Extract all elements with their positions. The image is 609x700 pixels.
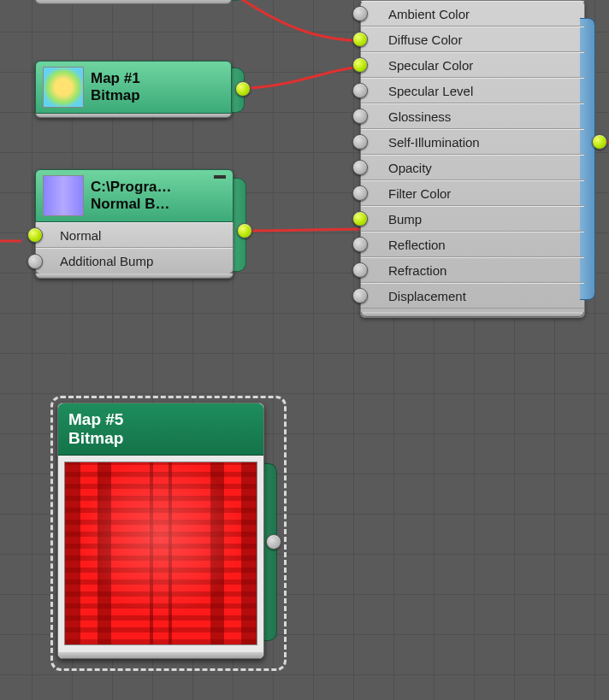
slot-label: Self-Illumination [388,135,480,150]
port-self-illumination[interactable] [352,134,368,150]
slot-label: Glossiness [388,109,451,124]
port-specular-level[interactable] [352,83,368,98]
map2-thumbnail [43,175,84,216]
slot-specular-color[interactable]: Specular Color [361,52,584,78]
slot-label: Reflection [388,238,446,252]
slot-label: Additional Bump [60,254,153,268]
port-reflection[interactable] [352,237,368,252]
slot-label: Filter Color [388,186,451,201]
map-node-5[interactable]: Map #5 Bitmap [57,403,264,659]
map-node-1[interactable]: Map #1 Bitmap [35,61,232,118]
map2-subtitle: Normal B… [91,196,226,213]
port-displacement[interactable] [352,288,368,303]
map2-output-port[interactable] [237,223,252,238]
map5-thumbnail [64,462,257,645]
material-output-port[interactable] [592,134,607,150]
map-node-5-selected[interactable]: Map #5 Bitmap [57,403,264,659]
slot-label: Diffuse Color [388,32,462,47]
slot-displacement[interactable]: Displacement [361,283,584,309]
slot-label: Ambient Color [388,7,470,21]
map-node-truncated[interactable] [35,0,232,4]
collapse-icon[interactable] [214,175,226,179]
map2-title: C:\Progra… [91,179,226,196]
map-node-2[interactable]: C:\Progra… Normal B… Normal Additional B… [35,169,234,279]
port-bump[interactable] [352,211,368,226]
port-specular-color[interactable] [352,57,368,73]
slot-self-illumination[interactable]: Self-Illumination [361,129,584,155]
port-glossiness[interactable] [352,109,368,124]
port-additional-bump[interactable] [27,254,43,269]
slot-label: Refraction [388,263,446,278]
map1-output-port[interactable] [235,81,251,97]
slot-label: Normal [60,228,101,243]
slot-label: Opacity [388,161,432,175]
slot-additional-bump[interactable]: Additional Bump [36,248,233,274]
slot-ambient-color[interactable]: Ambient Color [361,1,584,26]
slot-diffuse-color[interactable]: Diffuse Color [361,26,584,52]
slot-label: Bump [388,212,422,226]
slot-bump[interactable]: Bump [361,206,584,232]
port-opacity[interactable] [352,160,368,175]
map5-output-port[interactable] [266,534,281,550]
slot-filter-color[interactable]: Filter Color [361,180,584,206]
slot-specular-level[interactable]: Specular Level [361,78,584,103]
map5-subtitle: Bitmap [68,429,253,448]
port-normal[interactable] [27,227,43,243]
map1-title: Map #1 [91,70,224,87]
map1-subtitle: Bitmap [91,87,224,104]
slot-label: Specular Level [388,84,473,98]
slot-refraction[interactable]: Refraction [361,257,584,283]
map1-thumbnail [43,67,84,108]
slot-reflection[interactable]: Reflection [361,232,584,257]
slot-normal[interactable]: Normal [36,222,233,248]
port-ambient-color[interactable] [352,6,368,21]
port-filter-color[interactable] [352,185,368,201]
slot-label: Displacement [388,289,466,303]
port-diffuse-color[interactable] [352,32,368,47]
slot-glossiness[interactable]: Glossiness [361,103,584,129]
material-node[interactable]: Ambient Color Diffuse Color Specular Col… [360,0,585,318]
port-refraction[interactable] [352,262,368,278]
slot-opacity[interactable]: Opacity [361,155,584,180]
map5-title: Map #5 [68,410,253,429]
slot-label: Specular Color [388,58,473,73]
